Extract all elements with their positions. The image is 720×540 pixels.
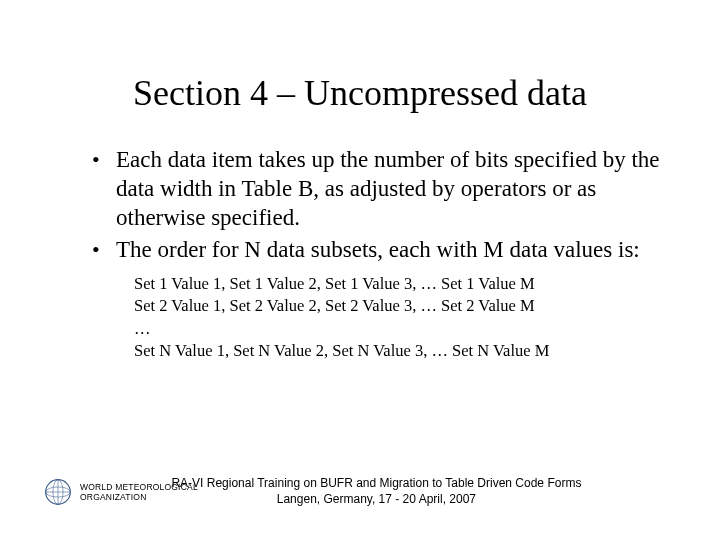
footer-line: RA-VI Regional Training on BUFR and Migr… [171, 476, 581, 492]
bullet-item: The order for N data subsets, each with … [88, 236, 660, 265]
wmo-logo-icon [44, 478, 72, 506]
bullet-list: Each data item takes up the number of bi… [88, 146, 660, 265]
bullet-item: Each data item takes up the number of bi… [88, 146, 660, 232]
subline: Set 2 Value 1, Set 2 Value 2, Set 2 Valu… [134, 295, 660, 317]
subline: Set N Value 1, Set N Value 2, Set N Valu… [134, 340, 660, 362]
subline: Set 1 Value 1, Set 1 Value 2, Set 1 Valu… [134, 273, 660, 295]
footer: WORLD METEOROLOGICAL ORGANIZATION RA-VI … [0, 478, 720, 506]
footer-right: RA-VI Regional Training on BUFR and Migr… [171, 476, 581, 507]
slide-title: Section 4 – Uncompressed data [0, 72, 720, 114]
subline: … [134, 318, 660, 340]
footer-line: Langen, Germany, 17 - 20 April, 2007 [171, 492, 581, 508]
subline-block: Set 1 Value 1, Set 1 Value 2, Set 1 Valu… [134, 273, 660, 362]
